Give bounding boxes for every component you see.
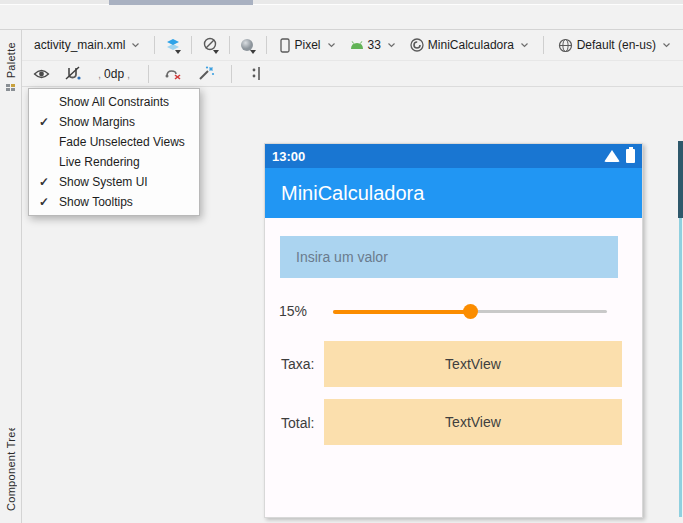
device-label: Pixel [294,38,320,52]
menu-item-label: Show Tooltips [59,195,133,209]
wifi-icon [604,150,620,162]
toolbar-separator [229,36,230,54]
android-icon [350,41,364,50]
api-level-selector[interactable]: 33 [346,35,400,55]
battery-icon [626,149,635,163]
preview-app-bar: MiniCalculadora [265,168,642,218]
status-time: 13:00 [272,149,305,164]
api-level-label: 33 [368,38,381,52]
autoconnect-toggle-button[interactable] [62,64,84,84]
dropdown-tick-icon [213,50,219,54]
align-icon [251,66,263,81]
sidebar-item-palette[interactable]: Palette [0,42,22,94]
file-tab-label: activity_main.xml [34,38,125,52]
menu-item-live-rendering[interactable]: Live Rendering [29,152,199,172]
checkmark-icon: ✓ [29,175,59,189]
design-surface-mode-button[interactable] [165,35,181,55]
locale-label: Default (en-us) [577,38,656,52]
app-title: MiniCalculadora [281,182,424,205]
value-input[interactable]: Insira um valor [280,236,618,278]
preview-status-bar: 13:00 [265,144,642,168]
theme-selector[interactable]: MiniCalculadora [406,35,533,55]
checkmark-icon: ✓ [29,115,59,129]
magic-wand-icon [198,66,215,81]
chevron-down-icon [327,42,336,48]
checkmark-icon: ✓ [29,195,59,209]
infer-constraints-button[interactable] [195,64,217,84]
menu-item-show-tooltips[interactable]: ✓Show Tooltips [29,192,199,212]
view-options-button[interactable] [30,64,52,84]
clear-constraints-button[interactable] [163,64,185,84]
horizontal-scrollbar-thumb[interactable] [109,0,253,5]
eye-icon [33,68,50,80]
default-margin-value: 0dp [104,67,124,81]
menu-item-fade-unselected-views[interactable]: Fade Unselected Views [29,132,199,152]
horizontal-scrollbar-track[interactable] [0,0,683,5]
menu-item-label: Show System UI [59,175,148,189]
chevron-down-icon [131,42,140,48]
toolbar-separator [266,36,267,54]
align-pack-button[interactable] [246,64,268,84]
blueprint-pane-edge-dark [678,141,683,218]
toolbar-separator [231,65,232,83]
chevron-down-icon [520,42,529,48]
row-label-taxa: Taxa: [281,356,314,372]
preview-screen-body: Insira um valor 15% Taxa:TextViewTotal:T… [265,218,642,517]
design-toolbar-main: activity_main.xml Pixel [22,30,683,61]
system-ui-mode-button[interactable] [239,35,255,55]
dropdown-tick-icon [175,50,181,54]
margin-handle-right: , [127,68,130,80]
menu-item-label: Live Rendering [59,155,140,169]
magnet-off-icon [65,66,82,81]
component-tree-label: Component Tree [5,428,17,511]
dropdown-tick-icon [250,50,256,54]
palette-label: Palette [5,42,17,78]
sidebar-item-component-tree[interactable]: Component Tree [0,428,22,523]
slider-percent-label: 15% [279,303,307,319]
blueprint-pane-edge-light [679,218,682,517]
toolbar-separator [148,65,149,83]
clear-constraints-icon [165,66,183,81]
phone-icon [280,38,290,53]
chevron-down-icon [662,42,671,48]
percent-slider[interactable] [333,303,607,319]
menu-item-label: Fade Unselected Views [59,135,185,149]
theme-label: MiniCalculadora [428,38,514,52]
margin-handle-left: , [98,68,101,80]
toolbar-separator [191,36,192,54]
row-label-total: Total: [281,415,314,431]
chevron-down-icon [387,42,396,48]
slider-fill [333,310,470,314]
menu-item-label: Show All Constraints [59,95,169,109]
toolbar-separator [543,36,544,54]
night-mode-button[interactable] [202,35,218,55]
textview-taxa[interactable]: TextView [324,341,622,387]
left-tool-sidebar: Palette Component Tree [0,30,22,523]
palette-icon [6,84,17,94]
device-selector[interactable]: Pixel [276,35,339,56]
layout-preview[interactable]: 13:00 MiniCalculadora Insira um valor 15… [264,143,643,518]
constraint-toolbar: , 0dp , [22,61,683,87]
default-margin-control[interactable]: , 0dp , [94,64,134,84]
menu-item-show-system-ui[interactable]: ✓Show System UI [29,172,199,192]
menu-item-show-all-constraints[interactable]: Show All Constraints [29,92,199,112]
slider-thumb[interactable] [463,304,478,319]
file-variant-selector[interactable]: activity_main.xml [30,35,144,55]
menu-item-label: Show Margins [59,115,135,129]
locale-selector[interactable]: Default (en-us) [554,35,675,56]
textview-total[interactable]: TextView [324,399,622,445]
menu-item-show-margins[interactable]: ✓Show Margins [29,112,199,132]
editor-top-strip [0,0,683,30]
toolbar-separator [154,36,155,54]
value-input-hint: Insira um valor [296,249,388,265]
theme-icon [410,38,424,52]
globe-icon [558,38,573,53]
view-options-menu: Show All Constraints✓Show MarginsFade Un… [28,88,200,216]
